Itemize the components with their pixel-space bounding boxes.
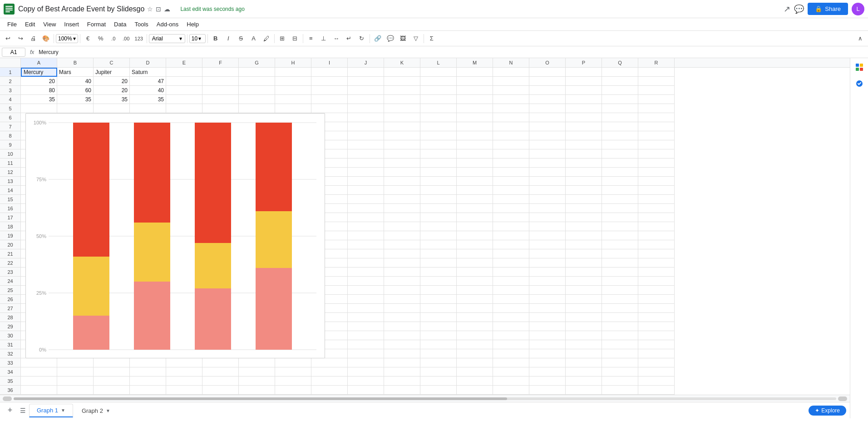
cell-N29[interactable]	[493, 322, 529, 331]
cell-Q12[interactable]	[602, 168, 638, 177]
cell-B33[interactable]	[57, 358, 94, 367]
cell-R10[interactable]	[638, 149, 675, 159]
cell-L14[interactable]	[420, 186, 457, 195]
cell-P10[interactable]	[566, 149, 602, 159]
row-num-35[interactable]: 35	[0, 377, 20, 386]
cell-J16[interactable]	[348, 204, 384, 213]
col-header-K[interactable]: K	[384, 58, 420, 67]
cell-M22[interactable]	[457, 258, 493, 268]
cell-J20[interactable]	[348, 240, 384, 249]
cell-J2[interactable]	[348, 77, 384, 86]
col-header-A[interactable]: A	[21, 58, 57, 67]
cell-P7[interactable]	[566, 122, 602, 131]
cell-Q8[interactable]	[602, 131, 638, 140]
cell-O23[interactable]	[529, 268, 566, 277]
cell-L3[interactable]	[420, 86, 457, 95]
cell-D1[interactable]: Saturn	[130, 68, 166, 77]
cell-J18[interactable]	[348, 222, 384, 231]
cell-O1[interactable]	[529, 68, 566, 77]
row-num-17[interactable]: 17	[0, 213, 20, 222]
row-num-10[interactable]: 10	[0, 149, 20, 159]
cell-N21[interactable]	[493, 249, 529, 258]
cell-D5[interactable]	[130, 104, 166, 113]
cell-O13[interactable]	[529, 177, 566, 186]
cell-M4[interactable]	[457, 95, 493, 104]
cell-L17[interactable]	[420, 213, 457, 222]
cell-P31[interactable]	[566, 340, 602, 349]
cell-F2[interactable]	[202, 77, 239, 86]
cell-Q16[interactable]	[602, 204, 638, 213]
borders-button[interactable]: ⊞	[276, 33, 288, 45]
functions-button[interactable]: Σ	[426, 33, 438, 45]
cell-B1[interactable]: Mars	[57, 68, 94, 77]
cell-R29[interactable]	[638, 322, 675, 331]
cell-A3[interactable]: 80	[21, 86, 57, 95]
cell-M24[interactable]	[457, 277, 493, 286]
cell-L4[interactable]	[420, 95, 457, 104]
cell-Q36[interactable]	[602, 386, 638, 395]
cell-O27[interactable]	[529, 304, 566, 313]
cell-J15[interactable]	[348, 195, 384, 204]
cell-I3[interactable]	[311, 86, 348, 95]
cell-P22[interactable]	[566, 258, 602, 268]
menu-tools[interactable]: Tools	[131, 20, 152, 29]
add-sheet-button[interactable]: +	[4, 404, 16, 417]
cell-B36[interactable]	[57, 386, 94, 395]
row-num-15[interactable]: 15	[0, 195, 20, 204]
col-header-N[interactable]: N	[493, 58, 529, 67]
cell-Q34[interactable]	[602, 367, 638, 377]
menu-data[interactable]: Data	[110, 20, 130, 29]
cell-M6[interactable]	[457, 113, 493, 122]
cell-E34[interactable]	[166, 367, 202, 377]
decimal1-button[interactable]: .0	[108, 33, 119, 45]
cell-I36[interactable]	[311, 386, 348, 395]
cell-N7[interactable]	[493, 122, 529, 131]
paint-format-button[interactable]: 🎨	[40, 33, 52, 45]
formula-value[interactable]: Mercury	[39, 49, 866, 55]
cell-O34[interactable]	[529, 367, 566, 377]
cell-J26[interactable]	[348, 295, 384, 304]
comments-icon[interactable]: 💬	[794, 4, 804, 14]
cell-J7[interactable]	[348, 122, 384, 131]
cell-G36[interactable]	[239, 386, 275, 395]
cell-R2[interactable]	[638, 77, 675, 86]
cell-K27[interactable]	[384, 304, 420, 313]
rotate-button[interactable]: ↻	[356, 33, 368, 45]
cell-K20[interactable]	[384, 240, 420, 249]
cell-L18[interactable]	[420, 222, 457, 231]
cell-E1[interactable]	[166, 68, 202, 77]
cell-L21[interactable]	[420, 249, 457, 258]
sidebar-icon-sheets[interactable]	[852, 60, 867, 74]
cell-O18[interactable]	[529, 222, 566, 231]
cell-K6[interactable]	[384, 113, 420, 122]
cell-J10[interactable]	[348, 149, 384, 159]
row-num-33[interactable]: 33	[0, 358, 20, 367]
cell-F1[interactable]	[202, 68, 239, 77]
cell-O15[interactable]	[529, 195, 566, 204]
decimal2-button[interactable]: .00	[120, 33, 132, 45]
tab-graph-1[interactable]: Graph 1 ▼	[29, 404, 73, 417]
cell-N12[interactable]	[493, 168, 529, 177]
cell-L22[interactable]	[420, 258, 457, 268]
align-horiz-button[interactable]: ↔	[330, 33, 342, 45]
align-left-button[interactable]: ≡	[305, 33, 317, 45]
cell-F33[interactable]	[202, 358, 239, 367]
cell-O7[interactable]	[529, 122, 566, 131]
cell-B5[interactable]	[57, 104, 94, 113]
cell-A35[interactable]	[21, 377, 57, 386]
cell-J12[interactable]	[348, 168, 384, 177]
cell-K22[interactable]	[384, 258, 420, 268]
cell-B2[interactable]: 40	[57, 77, 94, 86]
cell-I2[interactable]	[311, 77, 348, 86]
cell-G2[interactable]	[239, 77, 275, 86]
cell-M29[interactable]	[457, 322, 493, 331]
hide-toolbar-button[interactable]: ∧	[854, 33, 866, 45]
cell-L8[interactable]	[420, 131, 457, 140]
cell-M16[interactable]	[457, 204, 493, 213]
cell-R1[interactable]	[638, 68, 675, 77]
cell-N18[interactable]	[493, 222, 529, 231]
cell-J14[interactable]	[348, 186, 384, 195]
cell-L11[interactable]	[420, 159, 457, 168]
cell-L25[interactable]	[420, 286, 457, 295]
cell-Q28[interactable]	[602, 313, 638, 322]
